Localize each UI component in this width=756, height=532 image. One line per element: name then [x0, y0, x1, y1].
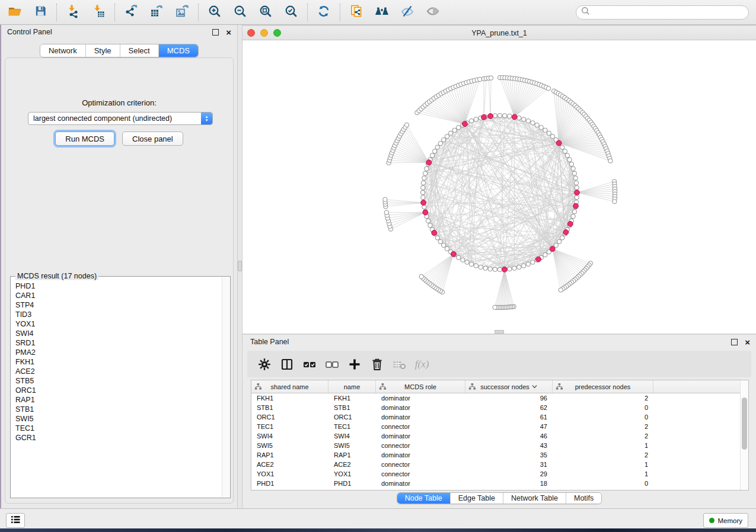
zoom-fit-button[interactable] — [256, 2, 276, 23]
tab-node-table[interactable]: Node Table — [397, 493, 451, 504]
table-options-gear-icon[interactable] — [256, 356, 272, 372]
mcds-result-item[interactable]: ORC1 — [15, 386, 222, 395]
mcds-result-item[interactable]: GCR1 — [15, 433, 222, 443]
add-column-icon[interactable] — [346, 356, 362, 372]
mcds-result-item[interactable]: PMA2 — [15, 348, 222, 357]
control-tab-select[interactable]: Select — [120, 44, 159, 57]
mcds-result-item[interactable]: CAR1 — [15, 291, 222, 300]
cell-predecessor-nodes[interactable]: 0 — [553, 404, 653, 411]
tab-edge-table[interactable]: Edge Table — [451, 493, 503, 504]
cell-successor-nodes[interactable]: 31 — [465, 461, 553, 468]
cell-successor-nodes[interactable]: 47 — [465, 423, 553, 430]
cell-shared-name[interactable]: ORC1 — [251, 414, 328, 421]
cell-name[interactable]: TEC1 — [328, 423, 376, 430]
cell-shared-name[interactable]: RAP1 — [251, 451, 328, 459]
cell-shared-name[interactable]: STB1 — [251, 404, 328, 411]
float-panel-icon[interactable] — [212, 29, 219, 36]
cell-mcds-role[interactable]: connector — [376, 461, 465, 468]
mcds-result-item[interactable]: PHD1 — [15, 281, 222, 291]
close-panel-button[interactable]: Close panel — [122, 132, 183, 146]
cell-mcds-role[interactable]: connector — [376, 470, 465, 477]
mcds-result-item[interactable]: SWI4 — [15, 329, 222, 338]
table-row[interactable]: FKH1FKH1dominator962 — [251, 393, 748, 403]
cell-shared-name[interactable]: SWI4 — [251, 432, 328, 440]
table-row[interactable]: ORC1ORC1dominator610 — [251, 412, 748, 422]
select-all-icon[interactable] — [301, 356, 317, 372]
table-row[interactable]: STB1STB1dominator620 — [251, 403, 748, 412]
cell-successor-nodes[interactable]: 46 — [465, 432, 553, 440]
cell-name[interactable]: STB1 — [328, 404, 376, 411]
control-tab-network[interactable]: Network — [40, 44, 86, 57]
export-network-button[interactable] — [121, 2, 141, 23]
cell-mcds-role[interactable]: dominator — [376, 395, 465, 402]
import-network-button[interactable] — [63, 2, 83, 23]
show-columns-icon[interactable] — [279, 356, 295, 372]
table-row[interactable]: TEC1TEC1connector472 — [251, 422, 748, 431]
cell-successor-nodes[interactable]: 43 — [465, 442, 553, 449]
column-header-successor-nodes[interactable]: successor nodes — [465, 380, 553, 393]
cell-successor-nodes[interactable]: 18 — [465, 480, 553, 487]
cell-successor-nodes[interactable]: 61 — [465, 414, 553, 421]
table-row[interactable]: PHD1PHD1dominator180 — [251, 479, 748, 488]
cell-shared-name[interactable]: FKH1 — [251, 395, 328, 402]
search-input[interactable] — [590, 8, 744, 17]
cell-successor-nodes[interactable]: 62 — [465, 404, 553, 411]
cell-name[interactable]: FKH1 — [328, 395, 376, 402]
cell-predecessor-nodes[interactable]: 1 — [553, 461, 653, 468]
mcds-result-item[interactable]: STB5 — [15, 376, 222, 386]
cell-name[interactable]: RAP1 — [328, 451, 376, 459]
mcds-result-item[interactable]: TID3 — [15, 310, 222, 319]
search-box[interactable] — [576, 5, 749, 20]
splitter-handle[interactable] — [238, 261, 242, 271]
export-image-button[interactable] — [172, 2, 192, 23]
cell-predecessor-nodes[interactable]: 0 — [553, 414, 653, 421]
cell-mcds-role[interactable]: dominator — [376, 404, 465, 411]
mcds-result-item[interactable]: TEC1 — [15, 424, 222, 433]
tab-network-table[interactable]: Network Table — [503, 493, 566, 504]
horizontal-splitter-handle[interactable] — [495, 330, 504, 334]
open-file-button[interactable] — [5, 2, 25, 23]
hide-selected-button[interactable] — [397, 2, 417, 23]
cell-successor-nodes[interactable]: 29 — [465, 470, 553, 477]
cell-shared-name[interactable]: TEC1 — [251, 423, 328, 430]
network-graph[interactable] — [243, 40, 756, 334]
mcds-result-item[interactable]: RAP1 — [15, 395, 222, 405]
column-header-mcds-role[interactable]: MCDS role — [376, 380, 465, 393]
mcds-result-item[interactable]: SWI5 — [15, 414, 222, 424]
cell-shared-name[interactable]: YOX1 — [251, 470, 328, 477]
cell-mcds-role[interactable]: dominator — [376, 414, 465, 421]
zoom-in-button[interactable] — [205, 2, 225, 23]
mcds-result-item[interactable]: YOX1 — [15, 319, 222, 329]
cell-mcds-role[interactable]: connector — [376, 442, 465, 449]
table-row[interactable]: SWI4SWI4dominator462 — [251, 431, 748, 441]
cell-mcds-role[interactable]: connector — [376, 423, 465, 430]
cell-mcds-role[interactable]: dominator — [376, 480, 465, 487]
zoom-selected-button[interactable] — [281, 2, 301, 23]
close-panel-icon[interactable]: × — [745, 338, 750, 347]
mcds-result-item[interactable]: FKH1 — [15, 357, 222, 367]
table-scrollbar[interactable] — [740, 380, 748, 490]
show-all-button[interactable] — [423, 2, 443, 23]
run-mcds-button[interactable]: Run MCDS — [55, 132, 114, 146]
cell-predecessor-nodes[interactable]: 0 — [553, 480, 653, 487]
save-session-button[interactable] — [30, 2, 50, 23]
network-canvas[interactable] — [243, 40, 756, 334]
cell-predecessor-nodes[interactable]: 2 — [553, 423, 653, 430]
cell-predecessor-nodes[interactable]: 2 — [553, 395, 653, 402]
zoom-out-button[interactable] — [230, 2, 250, 23]
control-tab-mcds[interactable]: MCDS — [159, 44, 198, 57]
cell-shared-name[interactable]: PHD1 — [251, 480, 328, 487]
cell-predecessor-nodes[interactable]: 2 — [553, 432, 653, 440]
first-neighbors-button[interactable] — [372, 2, 392, 23]
cell-predecessor-nodes[interactable]: 1 — [553, 470, 653, 477]
cell-mcds-role[interactable]: dominator — [376, 432, 465, 440]
ui-options-button[interactable] — [6, 513, 25, 528]
table-row[interactable]: SWI5SWI5connector431 — [251, 441, 748, 450]
network-window-titlebar[interactable]: YPA_prune.txt_1 — [243, 26, 756, 40]
cell-shared-name[interactable]: SWI5 — [251, 442, 328, 449]
clone-network-button[interactable] — [346, 2, 366, 23]
cell-successor-nodes[interactable]: 35 — [465, 451, 553, 459]
memory-button[interactable]: Memory — [703, 513, 748, 528]
table-row[interactable]: YOX1YOX1connector291 — [251, 469, 748, 479]
float-panel-icon[interactable] — [731, 339, 738, 345]
